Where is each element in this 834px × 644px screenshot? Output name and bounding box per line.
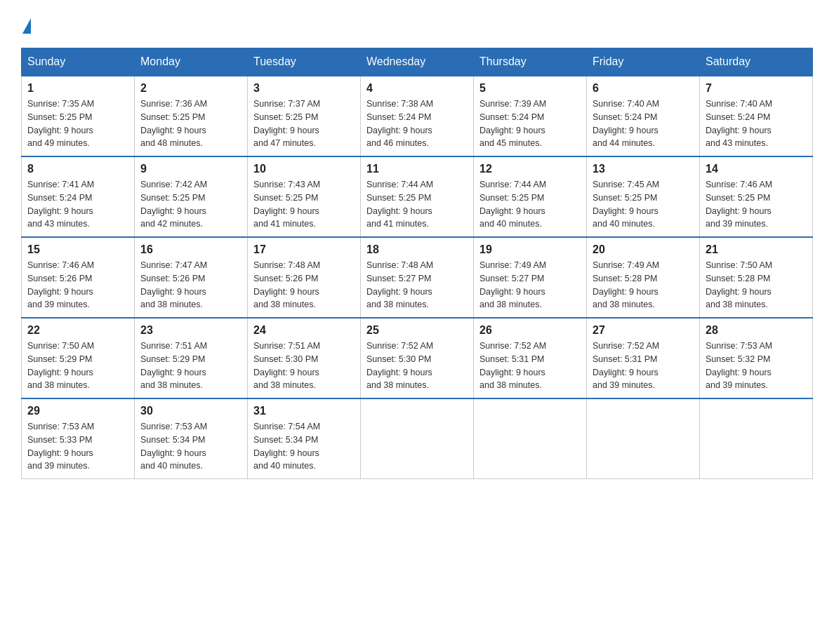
calendar-cell: 10Sunrise: 7:43 AMSunset: 5:25 PMDayligh… xyxy=(248,156,361,237)
day-info: Sunrise: 7:44 AMSunset: 5:25 PMDaylight:… xyxy=(479,178,581,231)
day-number: 17 xyxy=(253,243,355,256)
calendar-cell: 19Sunrise: 7:49 AMSunset: 5:27 PMDayligh… xyxy=(474,237,587,318)
day-number: 6 xyxy=(593,82,694,95)
day-info: Sunrise: 7:51 AMSunset: 5:30 PMDaylight:… xyxy=(253,340,355,392)
header-row: SundayMondayTuesdayWednesdayThursdayFrid… xyxy=(22,48,813,76)
day-number: 3 xyxy=(253,82,355,95)
calendar-cell: 8Sunrise: 7:41 AMSunset: 5:24 PMDaylight… xyxy=(22,156,135,237)
day-info: Sunrise: 7:53 AMSunset: 5:33 PMDaylight:… xyxy=(27,420,128,473)
calendar-cell: 2Sunrise: 7:36 AMSunset: 5:25 PMDaylight… xyxy=(135,76,248,156)
day-number: 7 xyxy=(706,82,807,95)
calendar-cell: 1Sunrise: 7:35 AMSunset: 5:25 PMDaylight… xyxy=(22,76,135,156)
page-header xyxy=(21,21,813,34)
header-day-thursday: Thursday xyxy=(474,48,587,76)
calendar-cell: 6Sunrise: 7:40 AMSunset: 5:24 PMDaylight… xyxy=(587,76,700,156)
header-day-friday: Friday xyxy=(587,48,700,76)
day-info: Sunrise: 7:49 AMSunset: 5:27 PMDaylight:… xyxy=(479,259,581,311)
day-info: Sunrise: 7:52 AMSunset: 5:30 PMDaylight:… xyxy=(366,340,468,392)
calendar-cell: 4Sunrise: 7:38 AMSunset: 5:24 PMDaylight… xyxy=(361,76,474,156)
calendar-cell: 18Sunrise: 7:48 AMSunset: 5:27 PMDayligh… xyxy=(361,237,474,318)
calendar-cell xyxy=(474,398,587,479)
day-number: 12 xyxy=(479,163,581,175)
week-row-3: 15Sunrise: 7:46 AMSunset: 5:26 PMDayligh… xyxy=(22,237,813,318)
day-number: 27 xyxy=(593,324,694,337)
day-info: Sunrise: 7:40 AMSunset: 5:24 PMDaylight:… xyxy=(593,98,694,150)
calendar-cell: 31Sunrise: 7:54 AMSunset: 5:34 PMDayligh… xyxy=(248,398,361,479)
day-info: Sunrise: 7:44 AMSunset: 5:25 PMDaylight:… xyxy=(366,178,468,231)
calendar-body: 1Sunrise: 7:35 AMSunset: 5:25 PMDaylight… xyxy=(22,76,813,479)
calendar-cell: 23Sunrise: 7:51 AMSunset: 5:29 PMDayligh… xyxy=(135,318,248,398)
calendar-cell: 13Sunrise: 7:45 AMSunset: 5:25 PMDayligh… xyxy=(587,156,700,237)
calendar-cell: 15Sunrise: 7:46 AMSunset: 5:26 PMDayligh… xyxy=(22,237,135,318)
logo xyxy=(21,21,31,34)
day-number: 18 xyxy=(366,243,468,256)
calendar-cell: 7Sunrise: 7:40 AMSunset: 5:24 PMDaylight… xyxy=(700,76,813,156)
day-number: 22 xyxy=(27,324,128,337)
logo-line1 xyxy=(21,21,31,36)
day-info: Sunrise: 7:49 AMSunset: 5:28 PMDaylight:… xyxy=(593,259,694,311)
day-number: 24 xyxy=(253,324,355,337)
day-info: Sunrise: 7:46 AMSunset: 5:25 PMDaylight:… xyxy=(706,178,807,231)
day-number: 4 xyxy=(366,82,468,95)
day-number: 19 xyxy=(479,243,581,256)
day-info: Sunrise: 7:43 AMSunset: 5:25 PMDaylight:… xyxy=(253,178,355,231)
day-info: Sunrise: 7:50 AMSunset: 5:29 PMDaylight:… xyxy=(27,340,128,392)
day-info: Sunrise: 7:35 AMSunset: 5:25 PMDaylight:… xyxy=(27,98,128,150)
header-day-sunday: Sunday xyxy=(22,48,135,76)
calendar-table: SundayMondayTuesdayWednesdayThursdayFrid… xyxy=(21,48,813,479)
calendar-cell xyxy=(361,398,474,479)
calendar-cell: 14Sunrise: 7:46 AMSunset: 5:25 PMDayligh… xyxy=(700,156,813,237)
day-info: Sunrise: 7:48 AMSunset: 5:27 PMDaylight:… xyxy=(366,259,468,311)
day-info: Sunrise: 7:41 AMSunset: 5:24 PMDaylight:… xyxy=(27,178,128,231)
day-info: Sunrise: 7:52 AMSunset: 5:31 PMDaylight:… xyxy=(479,340,581,392)
calendar-cell: 30Sunrise: 7:53 AMSunset: 5:34 PMDayligh… xyxy=(135,398,248,479)
day-number: 14 xyxy=(706,163,807,175)
day-number: 20 xyxy=(593,243,694,256)
week-row-1: 1Sunrise: 7:35 AMSunset: 5:25 PMDaylight… xyxy=(22,76,813,156)
day-number: 30 xyxy=(140,405,241,417)
day-info: Sunrise: 7:46 AMSunset: 5:26 PMDaylight:… xyxy=(27,259,128,311)
day-number: 28 xyxy=(706,324,807,337)
day-info: Sunrise: 7:40 AMSunset: 5:24 PMDaylight:… xyxy=(706,98,807,150)
calendar-cell: 20Sunrise: 7:49 AMSunset: 5:28 PMDayligh… xyxy=(587,237,700,318)
header-day-monday: Monday xyxy=(135,48,248,76)
week-row-2: 8Sunrise: 7:41 AMSunset: 5:24 PMDaylight… xyxy=(22,156,813,237)
day-info: Sunrise: 7:50 AMSunset: 5:28 PMDaylight:… xyxy=(706,259,807,311)
header-day-saturday: Saturday xyxy=(700,48,813,76)
calendar-cell: 21Sunrise: 7:50 AMSunset: 5:28 PMDayligh… xyxy=(700,237,813,318)
day-number: 8 xyxy=(27,163,128,175)
calendar-cell: 12Sunrise: 7:44 AMSunset: 5:25 PMDayligh… xyxy=(474,156,587,237)
day-number: 25 xyxy=(366,324,468,337)
calendar-cell: 24Sunrise: 7:51 AMSunset: 5:30 PMDayligh… xyxy=(248,318,361,398)
calendar-cell: 26Sunrise: 7:52 AMSunset: 5:31 PMDayligh… xyxy=(474,318,587,398)
calendar-cell: 9Sunrise: 7:42 AMSunset: 5:25 PMDaylight… xyxy=(135,156,248,237)
day-number: 29 xyxy=(27,405,128,417)
header-day-tuesday: Tuesday xyxy=(248,48,361,76)
calendar-cell: 25Sunrise: 7:52 AMSunset: 5:30 PMDayligh… xyxy=(361,318,474,398)
day-number: 31 xyxy=(253,405,355,417)
day-number: 1 xyxy=(27,82,128,95)
day-number: 13 xyxy=(593,163,694,175)
day-info: Sunrise: 7:52 AMSunset: 5:31 PMDaylight:… xyxy=(593,340,694,392)
day-number: 23 xyxy=(140,324,241,337)
day-info: Sunrise: 7:53 AMSunset: 5:34 PMDaylight:… xyxy=(140,420,241,473)
calendar-cell: 28Sunrise: 7:53 AMSunset: 5:32 PMDayligh… xyxy=(700,318,813,398)
calendar-cell: 17Sunrise: 7:48 AMSunset: 5:26 PMDayligh… xyxy=(248,237,361,318)
day-info: Sunrise: 7:47 AMSunset: 5:26 PMDaylight:… xyxy=(140,259,241,311)
day-info: Sunrise: 7:48 AMSunset: 5:26 PMDaylight:… xyxy=(253,259,355,311)
day-info: Sunrise: 7:51 AMSunset: 5:29 PMDaylight:… xyxy=(140,340,241,392)
header-day-wednesday: Wednesday xyxy=(361,48,474,76)
day-number: 16 xyxy=(140,243,241,256)
calendar-cell: 3Sunrise: 7:37 AMSunset: 5:25 PMDaylight… xyxy=(248,76,361,156)
day-number: 9 xyxy=(140,163,241,175)
calendar-cell xyxy=(700,398,813,479)
calendar-cell: 27Sunrise: 7:52 AMSunset: 5:31 PMDayligh… xyxy=(587,318,700,398)
calendar-cell xyxy=(587,398,700,479)
calendar-cell: 29Sunrise: 7:53 AMSunset: 5:33 PMDayligh… xyxy=(22,398,135,479)
calendar-cell: 11Sunrise: 7:44 AMSunset: 5:25 PMDayligh… xyxy=(361,156,474,237)
week-row-5: 29Sunrise: 7:53 AMSunset: 5:33 PMDayligh… xyxy=(22,398,813,479)
day-info: Sunrise: 7:39 AMSunset: 5:24 PMDaylight:… xyxy=(479,98,581,150)
day-info: Sunrise: 7:42 AMSunset: 5:25 PMDaylight:… xyxy=(140,178,241,231)
day-number: 10 xyxy=(253,163,355,175)
day-info: Sunrise: 7:53 AMSunset: 5:32 PMDaylight:… xyxy=(706,340,807,392)
